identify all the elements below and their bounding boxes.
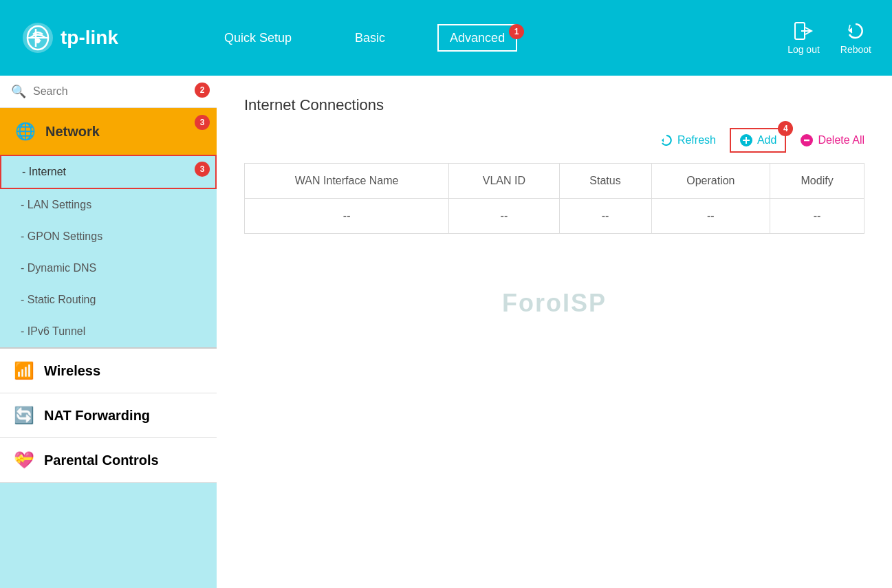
reboot-label: Reboot — [840, 44, 871, 55]
nav-advanced[interactable]: Advanced — [437, 24, 517, 52]
logout-icon — [793, 21, 814, 41]
content-area: Internet Connections Refresh Add — [217, 76, 892, 588]
logo-icon — [21, 21, 55, 55]
sidebar-item-parental[interactable]: 💝 Parental Controls — [0, 438, 217, 483]
add-icon — [739, 133, 753, 147]
search-icon: 🔍 — [11, 84, 26, 99]
nav-advanced-wrapper: Advanced 1 — [437, 31, 517, 45]
delete-all-label: Delete All — [818, 134, 864, 146]
col-status: Status — [559, 164, 651, 199]
add-button-wrapper: Add 4 — [730, 128, 786, 153]
add-badge: 4 — [778, 121, 793, 136]
page-title: Internet Connections — [244, 96, 864, 114]
delete-icon — [800, 133, 814, 147]
nat-icon: 🔄 — [14, 406, 34, 425]
header-actions: Log out Reboot — [787, 21, 871, 55]
lan-label: - LAN Settings — [21, 199, 91, 210]
table-header-row: WAN Interface Name VLAN ID Status Operat… — [245, 164, 864, 199]
refresh-button[interactable]: Refresh — [660, 133, 716, 147]
internet-badge: 3 — [195, 162, 210, 177]
sidebar-sub-ddns[interactable]: - Dynamic DNS — [0, 252, 217, 284]
static-routing-label: - Static Routing — [21, 294, 96, 305]
cell-wan-name: -- — [245, 199, 449, 234]
search-box: 🔍 2 — [0, 76, 217, 108]
toolbar: Refresh Add 4 Delete All — [244, 128, 864, 153]
sidebar-sub-static-routing[interactable]: - Static Routing — [0, 284, 217, 316]
logo: tp-link — [21, 21, 158, 55]
logo-text: tp-link — [61, 27, 118, 49]
svg-marker-7 — [662, 138, 664, 142]
refresh-icon — [660, 133, 673, 147]
sidebar-sub-internet[interactable]: - Internet 3 — [0, 155, 217, 189]
globe-icon: 🌐 — [15, 122, 36, 141]
reboot-button[interactable]: Reboot — [840, 21, 871, 55]
internet-connections-table: WAN Interface Name VLAN ID Status Operat… — [244, 163, 864, 234]
wifi-icon: 📶 — [14, 361, 34, 380]
delete-all-button[interactable]: Delete All — [800, 133, 864, 147]
sidebar-sub-ipv6[interactable]: - IPv6 Tunnel — [0, 316, 217, 347]
sidebar-item-wireless[interactable]: 📶 Wireless — [0, 347, 217, 393]
col-wan-name: WAN Interface Name — [245, 164, 449, 199]
watermark-text: ForoISP — [502, 289, 607, 317]
cell-vlan: -- — [449, 199, 559, 234]
logout-label: Log out — [787, 44, 820, 55]
sidebar-sub-gpon[interactable]: - GPON Settings — [0, 221, 217, 252]
main-layout: 🔍 2 🌐 Network 3 - Internet 3 - LAN Setti… — [0, 76, 892, 588]
nav-quick-setup[interactable]: Quick Setup — [213, 25, 303, 51]
ipv6-label: - IPv6 Tunnel — [21, 325, 85, 337]
parental-icon: 💝 — [14, 450, 34, 470]
internet-label: - Internet — [22, 166, 66, 177]
col-vlan: VLAN ID — [449, 164, 559, 199]
nav-advanced-badge: 1 — [509, 24, 524, 39]
table-row: -- -- -- -- -- — [245, 199, 864, 234]
sidebar: 🔍 2 🌐 Network 3 - Internet 3 - LAN Setti… — [0, 76, 217, 588]
table-header: WAN Interface Name VLAN ID Status Operat… — [245, 164, 864, 199]
cell-status: -- — [559, 199, 651, 234]
search-badge: 2 — [195, 83, 210, 98]
add-label: Add — [757, 134, 776, 146]
cell-modify: -- — [770, 199, 864, 234]
col-modify: Modify — [770, 164, 864, 199]
col-operation: Operation — [651, 164, 770, 199]
watermark: ForoISP — [244, 289, 864, 318]
reboot-icon — [845, 21, 866, 41]
network-badge: 3 — [195, 115, 210, 130]
refresh-label: Refresh — [677, 134, 716, 146]
parental-label: Parental Controls — [44, 453, 159, 468]
wireless-label: Wireless — [44, 363, 100, 379]
main-nav: Quick Setup Basic Advanced 1 — [213, 25, 517, 51]
ddns-label: - Dynamic DNS — [21, 262, 96, 274]
sidebar-item-nat[interactable]: 🔄 NAT Forwarding — [0, 393, 217, 438]
header: tp-link Quick Setup Basic Advanced 1 Log… — [0, 0, 892, 76]
gpon-label: - GPON Settings — [21, 230, 102, 242]
sidebar-sub-lan[interactable]: - LAN Settings — [0, 189, 217, 221]
sidebar-item-network[interactable]: 🌐 Network 3 — [0, 108, 217, 155]
nav-basic[interactable]: Basic — [344, 25, 396, 51]
cell-operation: -- — [651, 199, 770, 234]
logout-button[interactable]: Log out — [787, 21, 820, 55]
search-input[interactable] — [33, 85, 206, 98]
nat-label: NAT Forwarding — [44, 408, 150, 424]
sidebar-network-label: Network — [45, 124, 100, 140]
table-body: -- -- -- -- -- — [245, 199, 864, 234]
